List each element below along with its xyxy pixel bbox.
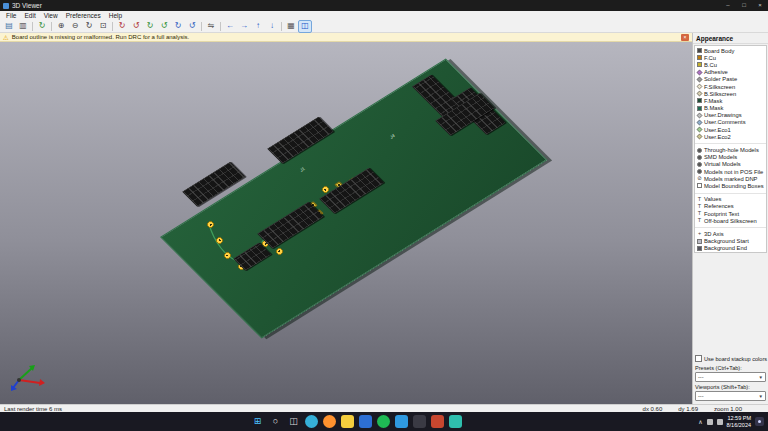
presets-dropdown[interactable]: --- ▼ (695, 372, 766, 382)
appearance-row-values[interactable]: TValues (695, 196, 766, 203)
values-swatch-icon[interactable]: T (697, 197, 702, 202)
zoom-redraw-button[interactable]: ↻ (82, 20, 96, 33)
3d-axis-swatch-icon[interactable]: + (697, 231, 702, 236)
appearance-row-through-hole-models[interactable]: Through-hole Models (695, 146, 766, 153)
appearance-row-background-start[interactable]: Background Start (695, 238, 766, 245)
references-swatch-icon[interactable]: T (697, 204, 702, 209)
background-start-swatch-icon[interactable] (697, 239, 702, 244)
appearance-row-f-cu[interactable]: F.Cu (695, 54, 766, 61)
rotate-x-clockwise-button[interactable]: ↻ (115, 20, 129, 33)
adhesive-swatch-icon[interactable] (696, 69, 702, 75)
notification-icon[interactable] (755, 417, 764, 426)
footprint-text-swatch-icon[interactable]: T (697, 211, 702, 216)
appearance-row-b-mask[interactable]: B.Mask (695, 105, 766, 112)
off-board-silkscreen-swatch-icon[interactable]: T (697, 218, 702, 223)
appearance-row-b-cu[interactable]: B.Cu (695, 61, 766, 68)
smd-models-swatch-icon[interactable] (697, 155, 702, 160)
move-right-button[interactable]: → (237, 20, 251, 33)
menu-preferences[interactable]: Preferences (62, 11, 105, 20)
appearance-row-virtual-models[interactable]: Virtual Models (695, 161, 766, 168)
models-marked-dnp-swatch-icon[interactable]: ⊘ (697, 176, 702, 181)
orthographic-projection-button[interactable]: ▦ (284, 20, 298, 33)
export-image-button[interactable]: ▤ (2, 20, 16, 33)
task-view-icon[interactable]: ◫ (287, 415, 300, 428)
solder-paste-swatch-icon[interactable] (696, 76, 702, 82)
minimize-button[interactable]: – (720, 0, 736, 11)
menu-file[interactable]: File (2, 11, 20, 20)
appearance-row-user-comments[interactable]: User.Comments (695, 119, 766, 126)
maximize-button[interactable]: □ (736, 0, 752, 11)
appearance-row-3d-axis[interactable]: +3D Axis (695, 230, 766, 237)
kicad-icon[interactable] (431, 415, 444, 428)
file-explorer-icon[interactable] (341, 415, 354, 428)
viewports-dropdown[interactable]: --- ▼ (695, 391, 766, 401)
stackup-colors-checkbox-row[interactable]: Use board stackup colors (695, 355, 766, 362)
appearance-row-solder-paste[interactable]: Solder Paste (695, 76, 766, 83)
f-cu-swatch-icon[interactable] (697, 55, 702, 60)
user-eco2-swatch-icon[interactable] (696, 134, 702, 140)
search-icon[interactable]: ○ (269, 415, 282, 428)
network-icon[interactable] (707, 419, 713, 425)
appearance-row-user-drawings[interactable]: User.Drawings (695, 112, 766, 119)
zoom-out-button[interactable]: ⊖ (68, 20, 82, 33)
word-icon[interactable] (359, 415, 372, 428)
rotate-x-counterclockwise-button[interactable]: ↺ (129, 20, 143, 33)
models-not-in-pos-file-swatch-icon[interactable] (697, 169, 702, 174)
terminal-icon[interactable] (413, 415, 426, 428)
stackup-colors-checkbox[interactable] (695, 355, 702, 362)
b-mask-swatch-icon[interactable] (697, 106, 702, 111)
rotate-y-clockwise-button[interactable]: ↻ (143, 20, 157, 33)
menu-edit[interactable]: Edit (20, 11, 39, 20)
appearance-row-board-body[interactable]: Board Body (695, 47, 766, 54)
background-end-swatch-icon[interactable] (697, 246, 702, 251)
f-mask-swatch-icon[interactable] (697, 98, 702, 103)
close-button[interactable]: × (752, 0, 768, 11)
spotify-icon[interactable] (377, 415, 390, 428)
appearance-row-footprint-text[interactable]: TFootprint Text (695, 210, 766, 217)
menu-help[interactable]: Help (105, 11, 126, 20)
user-drawings-swatch-icon[interactable] (696, 112, 702, 118)
appearance-row-smd-models[interactable]: SMD Models (695, 154, 766, 161)
appearance-row-b-silkscreen[interactable]: B.Silkscreen (695, 90, 766, 97)
zoom-in-button[interactable]: ⊕ (54, 20, 68, 33)
appearance-row-background-end[interactable]: Background End (695, 245, 766, 252)
reload-board-button[interactable]: ↻ (35, 20, 49, 33)
clock[interactable]: 12:59 PM 8/16/2024 (727, 415, 751, 428)
zoom-fit-button[interactable]: ⊡ (96, 20, 110, 33)
virtual-models-swatch-icon[interactable] (697, 162, 702, 167)
infobar-close-icon[interactable]: × (681, 34, 689, 41)
edge-icon[interactable] (305, 415, 318, 428)
firefox-icon[interactable] (323, 415, 336, 428)
move-up-button[interactable]: ↑ (251, 20, 265, 33)
appearance-row-user-eco1[interactable]: User.Eco1 (695, 126, 766, 133)
start-icon[interactable]: ⊞ (251, 415, 264, 428)
rotate-y-counterclockwise-button[interactable]: ↺ (157, 20, 171, 33)
user-comments-swatch-icon[interactable] (696, 119, 702, 125)
model-bounding-boxes-swatch-icon[interactable] (697, 183, 702, 188)
appearance-row-off-board-silkscreen[interactable]: TOff-board Silkscreen (695, 217, 766, 224)
appearance-row-adhesive[interactable]: Adhesive (695, 69, 766, 76)
f-silkscreen-swatch-icon[interactable] (696, 84, 702, 90)
appearance-row-models-marked-dnp[interactable]: ⊘Models marked DNP (695, 175, 766, 182)
appearance-row-f-mask[interactable]: F.Mask (695, 97, 766, 104)
tray-expand-icon[interactable]: ∧ (698, 418, 702, 425)
volume-icon[interactable] (717, 419, 723, 425)
flip-board-button[interactable]: ⇋ (204, 20, 218, 33)
appearance-row-models-not-in-pos-file[interactable]: Models not in POS File (695, 168, 766, 175)
user-eco1-swatch-icon[interactable] (696, 127, 702, 133)
appearance-row-f-silkscreen[interactable]: F.Silkscreen (695, 83, 766, 90)
teams-icon[interactable] (449, 415, 462, 428)
b-silkscreen-swatch-icon[interactable] (696, 91, 702, 97)
board-body-swatch-icon[interactable] (697, 48, 702, 53)
rotate-z-counterclockwise-button[interactable]: ↺ (185, 20, 199, 33)
move-left-button[interactable]: ← (223, 20, 237, 33)
move-down-button[interactable]: ↓ (265, 20, 279, 33)
b-cu-swatch-icon[interactable] (697, 62, 702, 67)
perspective-projection-button[interactable]: ◫ (298, 20, 312, 33)
rotate-z-clockwise-button[interactable]: ↻ (171, 20, 185, 33)
vscode-icon[interactable] (395, 415, 408, 428)
3d-viewport[interactable]: J1J4 (0, 42, 692, 404)
copy-image-button[interactable]: ▥ (16, 20, 30, 33)
appearance-row-user-eco2[interactable]: User.Eco2 (695, 133, 766, 140)
menu-view[interactable]: View (40, 11, 62, 20)
